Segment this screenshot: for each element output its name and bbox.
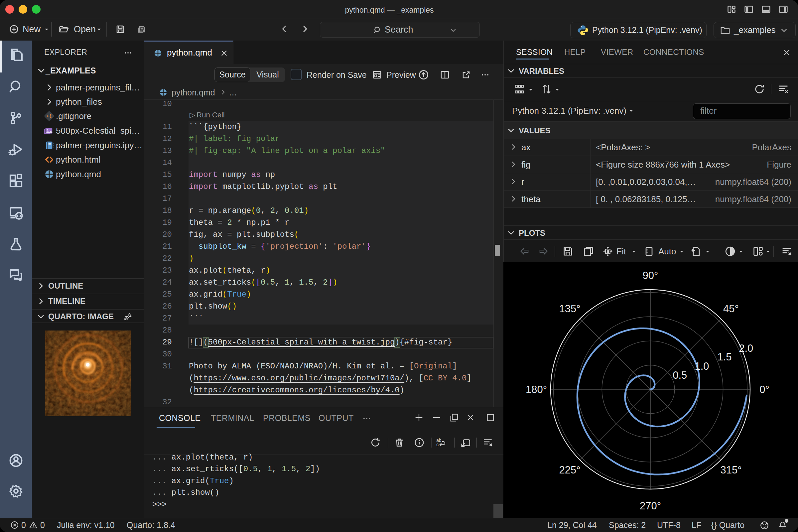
svg-text:1.5: 1.5 [717, 351, 732, 363]
svg-text:225°: 225° [559, 464, 580, 476]
svg-text:1.0: 1.0 [695, 360, 709, 372]
svg-text:c: c [436, 442, 439, 447]
svg-text:0°: 0° [759, 384, 770, 395]
svg-text:315°: 315° [720, 464, 741, 476]
svg-text:0.5: 0.5 [673, 369, 687, 381]
svg-text:45°: 45° [723, 303, 739, 315]
svg-text:135°: 135° [559, 303, 580, 315]
svg-text:180°: 180° [526, 384, 547, 395]
svg-text:270°: 270° [640, 500, 661, 512]
svg-text:90°: 90° [643, 270, 658, 281]
svg-text:2.0: 2.0 [739, 342, 753, 354]
